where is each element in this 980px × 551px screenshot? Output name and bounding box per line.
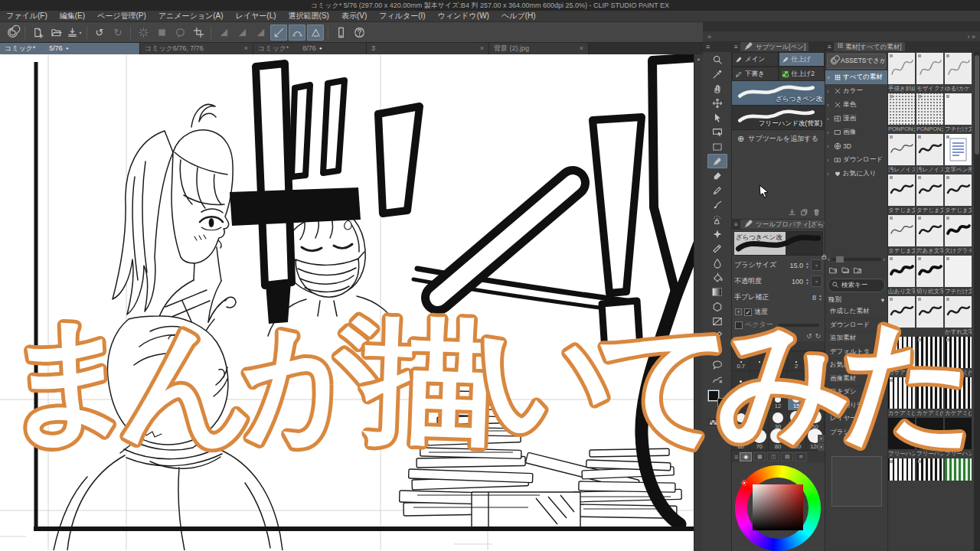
undo-button[interactable]: ↺ xyxy=(91,24,108,41)
color-history-tab[interactable]: ▤ xyxy=(781,452,793,461)
material-thumbnail[interactable] xyxy=(916,418,943,449)
delete-subtool-button[interactable] xyxy=(812,208,821,218)
line-correct-tool[interactable] xyxy=(707,372,727,386)
material-item[interactable] xyxy=(888,296,916,336)
material-item[interactable]: ゆる!カケ・チ xyxy=(945,53,972,93)
balloon-tool[interactable] xyxy=(707,357,727,372)
material-item[interactable]: カケアミ(中) xyxy=(916,377,944,417)
slider-left-icon[interactable]: ‹ xyxy=(828,256,830,263)
blend-tool[interactable] xyxy=(707,256,727,270)
new-folder-button[interactable] xyxy=(828,266,838,276)
hand-tool[interactable] xyxy=(707,81,727,96)
material-item[interactable]: カケアミ(中) xyxy=(945,337,972,377)
material-item[interactable]: モザイクカケ xyxy=(916,53,944,93)
material-thumbnail[interactable] xyxy=(916,215,943,246)
tab-doc-3[interactable]: 3× xyxy=(367,43,489,54)
material-thumbnail[interactable] xyxy=(916,337,943,368)
material-thumbnail[interactable] xyxy=(945,256,972,287)
material-thumbnail[interactable] xyxy=(916,458,943,481)
reset-icon[interactable]: ↺ xyxy=(806,331,812,341)
material-item[interactable]: フチだけ文字 xyxy=(945,256,972,295)
material-item[interactable]: 穴あき文字 xyxy=(916,215,944,255)
transform-b-button[interactable] xyxy=(234,24,250,41)
menu-animation[interactable]: アニメーション(A) xyxy=(152,11,230,21)
tree-chevron-icon[interactable]: › xyxy=(827,129,832,136)
saturation-value-square[interactable] xyxy=(753,484,803,530)
material-thumbnail[interactable] xyxy=(945,458,972,481)
tree-manga[interactable]: ›漫画 xyxy=(825,112,887,126)
material-thumbnail[interactable] xyxy=(888,53,915,84)
slider-right-icon[interactable]: › xyxy=(883,256,885,263)
menu-select[interactable]: 選択範囲(S) xyxy=(283,11,335,21)
airbrush-tool[interactable] xyxy=(707,212,727,227)
snap-ruler-button[interactable] xyxy=(270,24,287,41)
materials-scroll-thumb[interactable] xyxy=(975,55,979,155)
material-thumbnail[interactable] xyxy=(888,377,915,409)
figure-tool[interactable] xyxy=(707,299,727,314)
expand-plus-icon[interactable]: + xyxy=(735,308,742,315)
color-wheel-panel[interactable] xyxy=(732,462,825,551)
tree-download[interactable]: ›ダウンロード xyxy=(825,153,887,167)
crop-frame-button[interactable] xyxy=(190,24,207,41)
property-value[interactable]: 100 xyxy=(783,278,803,285)
material-item[interactable]: 手描き斜線 xyxy=(888,53,916,93)
material-item[interactable]: カケアミ(細) xyxy=(916,337,944,377)
eyedropper-tool[interactable] xyxy=(707,67,727,81)
material-thumbnail[interactable] xyxy=(888,418,915,449)
material-thumbnail[interactable] xyxy=(888,93,915,125)
tree-chevron-icon[interactable]: › xyxy=(827,88,832,95)
category-5[interactable]: お気に入り xyxy=(825,359,887,373)
material-item[interactable]: カケアミ xyxy=(888,337,916,377)
material-item[interactable]: PONPON元 xyxy=(888,93,916,133)
category-9[interactable]: レイヤーテン xyxy=(825,412,887,426)
scroll-up-icon[interactable]: ▲ xyxy=(697,54,701,64)
material-item[interactable]: PONPON元2 xyxy=(916,93,944,133)
tree-chevron-icon[interactable]: › xyxy=(827,157,832,164)
material-thumbnail[interactable] xyxy=(888,174,915,206)
pencil-tool[interactable] xyxy=(707,183,727,197)
tree-image[interactable]: ›画像 xyxy=(825,126,887,139)
size-palette-scrollbar[interactable]: ▼▼ xyxy=(818,435,825,451)
material-thumbnail[interactable] xyxy=(916,93,943,125)
material-thumbnail[interactable] xyxy=(916,174,943,206)
assets-search-button[interactable]: ASSETSでさがす xyxy=(827,54,886,69)
tab-comic-8[interactable]: コミック*8/76● xyxy=(253,43,367,54)
material-item[interactable]: 汚レノイズ文字 xyxy=(888,134,916,174)
category-6[interactable]: 画像素材 xyxy=(825,373,887,386)
ruler-tool[interactable] xyxy=(707,328,727,343)
property-value[interactable]: 8 xyxy=(796,294,816,302)
material-item[interactable]: タテじま文字 xyxy=(945,174,972,214)
frame-border-tool[interactable] xyxy=(707,314,727,328)
select-layer-button[interactable] xyxy=(153,24,170,41)
spinner-icons[interactable]: ▲▼ xyxy=(818,294,822,301)
material-thumbnail[interactable] xyxy=(945,377,972,409)
menu-help[interactable]: ヘルプ(H) xyxy=(495,11,542,21)
material-thumbnail[interactable] xyxy=(888,134,915,165)
material-item[interactable]: フリーハンド xyxy=(945,418,972,458)
material-item[interactable]: タテじま文字 xyxy=(916,174,944,214)
material-thumbnail[interactable] xyxy=(945,174,972,206)
close-tab-icon[interactable]: × xyxy=(244,43,248,54)
folder-list-button[interactable] xyxy=(841,266,850,276)
menu-page-manage[interactable]: ページ管理(P) xyxy=(91,11,152,21)
material-thumbnail[interactable] xyxy=(945,418,972,449)
marquee-tool[interactable] xyxy=(707,139,727,154)
category-2[interactable]: ダウンロード xyxy=(825,319,887,333)
tree-mono[interactable]: ›単色 xyxy=(825,98,887,112)
lasso-select-button[interactable] xyxy=(172,24,188,41)
tree-chevron-icon[interactable]: › xyxy=(827,102,832,109)
material-item[interactable]: 汚レノイズな xyxy=(916,134,944,174)
close-tab-icon[interactable]: × xyxy=(580,43,583,54)
brush-size-12[interactable]: 12 xyxy=(769,391,787,411)
color-swatches[interactable] xyxy=(707,390,727,417)
subtool-group-draft[interactable]: 下書き xyxy=(732,67,779,81)
pen-tool[interactable] xyxy=(707,154,727,168)
property-dynamics-button[interactable]: ◦ xyxy=(811,259,822,271)
open-file-button[interactable] xyxy=(47,24,64,41)
subtool-group-main[interactable]: メイン xyxy=(732,52,779,67)
brush-tool[interactable] xyxy=(707,197,727,212)
spinner-icons[interactable]: ▲▼ xyxy=(805,262,809,269)
slider-track[interactable] xyxy=(831,258,881,261)
material-item[interactable] xyxy=(888,458,916,481)
text-tool[interactable]: A xyxy=(707,343,727,357)
